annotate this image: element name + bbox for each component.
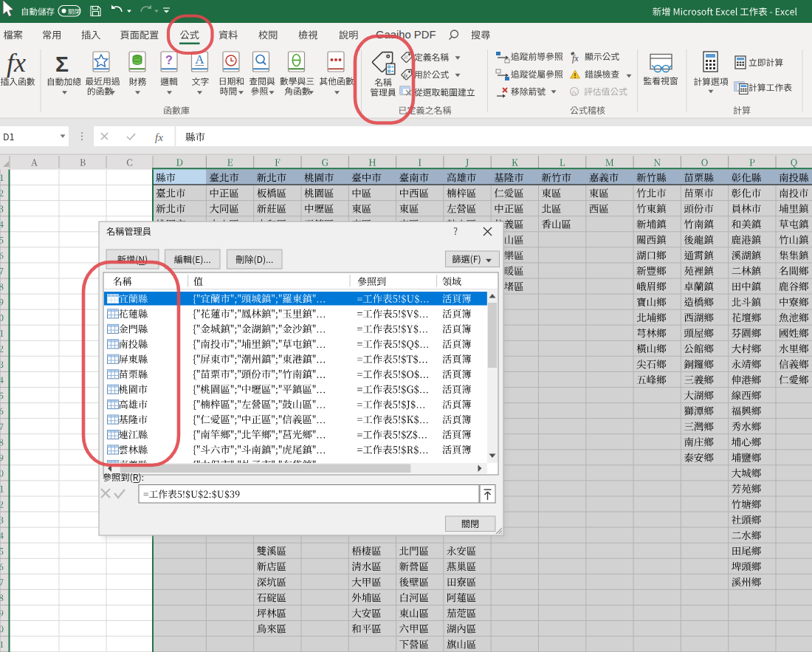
svg-text:fx: fx	[7, 48, 26, 78]
svg-text:fx: fx	[404, 72, 408, 79]
svg-text:fx: fx	[155, 131, 163, 143]
svg-text:Σ: Σ	[55, 52, 69, 76]
svg-text:fx: fx	[572, 53, 579, 64]
svg-text:?: ?	[165, 54, 173, 66]
svg-text:fx: fx	[572, 89, 577, 96]
